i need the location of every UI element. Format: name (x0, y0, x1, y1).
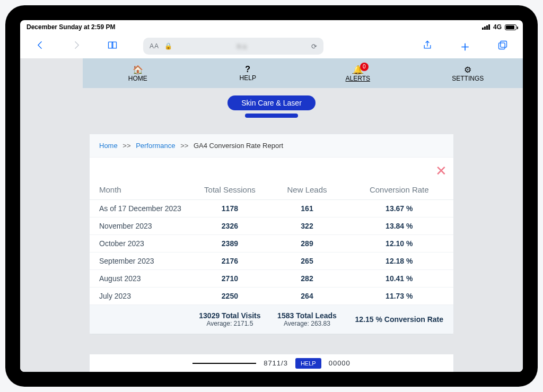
nav-alerts[interactable]: 🔔 0 ALERTS (303, 65, 413, 82)
reload-icon[interactable]: ⟳ (311, 42, 317, 50)
forward-icon (71, 40, 82, 53)
cell-month: November 2023 (90, 217, 190, 235)
tabs-icon[interactable] (497, 40, 508, 53)
cell-month: July 2023 (90, 288, 190, 305)
report-card: Home >> Performance >> GA4 Conversion Ra… (89, 134, 454, 334)
cell-leads: 161 (269, 200, 345, 217)
battery-icon (505, 24, 516, 30)
pill-text: Skin Care & Laser (241, 99, 302, 107)
cell-rate: 13.84 % (345, 217, 453, 235)
table-row: As of 17 December 2023117816113.67 % (90, 200, 453, 217)
help-button[interactable]: HELP (295, 358, 321, 369)
cell-sessions: 2176 (190, 252, 269, 270)
cell-leads: 264 (269, 288, 345, 305)
bookmarks-icon[interactable] (107, 40, 118, 53)
url-domain: h s (178, 42, 306, 50)
safari-toolbar: AA 🔒 h s ⟳ ＋ (20, 34, 523, 58)
new-tab-icon[interactable]: ＋ (458, 41, 472, 51)
report-table: Month Total Sessions New Leads Conversio… (90, 180, 453, 334)
back-icon[interactable] (35, 40, 46, 53)
breadcrumb: Home >> Performance >> GA4 Conversion Ra… (90, 134, 453, 158)
cell-sessions: 2710 (190, 270, 269, 288)
bottom-bar: 8711/3 HELP 00000 (89, 354, 454, 372)
crumb-current: GA4 Conversion Rate Report (194, 142, 283, 150)
cell-sessions: 2389 (190, 235, 269, 252)
url-bar[interactable]: AA 🔒 h s ⟳ (143, 38, 323, 55)
cell-rate: 12.18 % (345, 252, 453, 270)
cell-leads: 282 (269, 270, 345, 288)
table-row: July 2023225026411.73 % (90, 288, 453, 305)
crumb-home[interactable]: Home (99, 142, 118, 150)
svg-rect-0 (501, 41, 507, 47)
cell-sessions: 1178 (190, 200, 269, 217)
bottom-right-num: 00000 (329, 359, 351, 367)
app-nav: 🏠 HOME ? HELP 🔔 0 ALERTS ⚙ SETTINGS (83, 58, 523, 88)
col-sessions: Total Sessions (190, 180, 269, 200)
nav-help-label: HELP (240, 74, 256, 82)
cell-rate: 12.10 % (345, 235, 453, 252)
cell-leads: 322 (269, 217, 345, 235)
table-row: September 2023217626512.18 % (90, 252, 453, 270)
nav-settings-label: SETTINGS (452, 75, 484, 82)
footer-rate: 12.15 % Conversion Rate (345, 305, 453, 334)
close-icon[interactable]: ✕ (435, 163, 447, 179)
crumb-performance[interactable]: Performance (136, 142, 175, 150)
svg-rect-1 (499, 42, 505, 49)
cell-month: As of 17 December 2023 (90, 200, 190, 217)
footer-leads: 1583 Total Leads Average: 263.83 (269, 305, 345, 334)
signal-bars-icon (482, 24, 490, 30)
status-bar: December Sunday at 2:59 PM 4G (20, 20, 523, 34)
home-icon: 🏠 (83, 65, 193, 75)
nav-home[interactable]: 🏠 HOME (83, 65, 193, 82)
cell-sessions: 2250 (190, 288, 269, 305)
progress-line (192, 363, 256, 364)
business-pill-secondary[interactable] (245, 114, 298, 118)
col-rate: Conversion Rate (345, 180, 453, 200)
gear-icon: ⚙ (413, 65, 523, 75)
footer-visits: 13029 Total Visits Average: 2171.5 (190, 305, 269, 334)
crumb-sep: >> (177, 142, 191, 150)
table-row: October 2023238928912.10 % (90, 235, 453, 252)
network-label: 4G (493, 23, 502, 31)
lock-icon: 🔒 (164, 42, 172, 50)
col-month: Month (90, 180, 190, 200)
cell-leads: 265 (269, 252, 345, 270)
nav-alerts-label: ALERTS (346, 75, 370, 82)
nav-home-label: HOME (128, 75, 147, 82)
status-datetime: December Sunday at 2:59 PM (27, 23, 115, 31)
cell-month: October 2023 (90, 235, 190, 252)
cell-leads: 289 (269, 235, 345, 252)
cell-sessions: 2326 (190, 217, 269, 235)
col-leads: New Leads (269, 180, 345, 200)
cell-rate: 10.41 % (345, 270, 453, 288)
help-icon: ? (193, 65, 303, 74)
bell-icon: 🔔 (303, 65, 413, 75)
share-icon[interactable] (422, 40, 433, 53)
cell-month: September 2023 (90, 252, 190, 270)
alert-badge: 0 (360, 63, 369, 71)
business-pill-primary[interactable]: Skin Care & Laser (227, 95, 316, 110)
table-row: August 2023271028210.41 % (90, 270, 453, 288)
cell-rate: 13.67 % (345, 200, 453, 217)
nav-help[interactable]: ? HELP (193, 65, 303, 82)
bottom-left-num: 8711/3 (264, 359, 288, 367)
cell-rate: 11.73 % (345, 288, 453, 305)
crumb-sep: >> (119, 142, 134, 150)
table-row: November 2023232632213.84 % (90, 217, 453, 235)
cell-month: August 2023 (90, 270, 190, 288)
text-size-icon[interactable]: AA (150, 42, 159, 50)
nav-settings[interactable]: ⚙ SETTINGS (413, 65, 523, 82)
